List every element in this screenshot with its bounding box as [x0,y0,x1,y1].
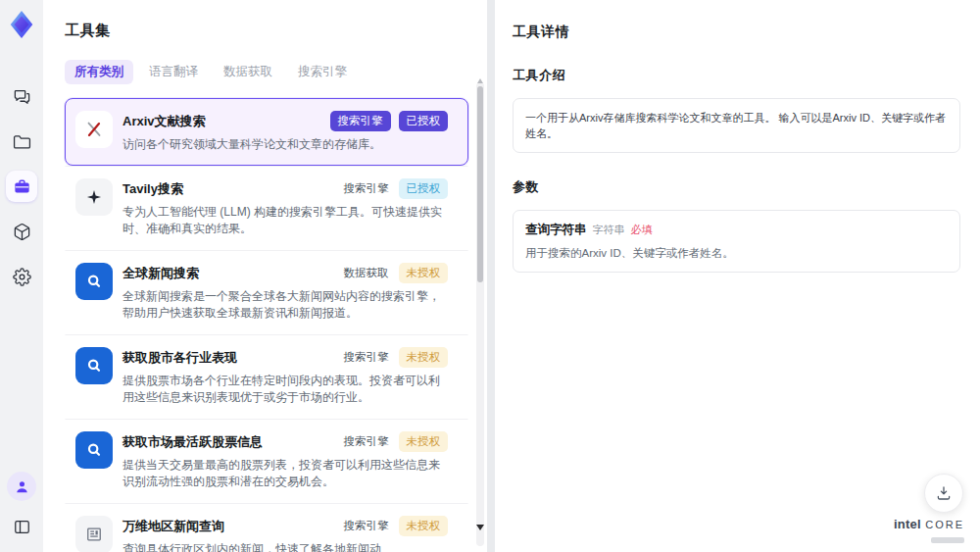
category-tabs: 所有类别 语言翻译 数据获取 搜索引擎 [65,60,487,84]
scrollbar-thumb[interactable] [477,86,483,282]
magnifier-icon [75,263,113,300]
tool-description: 提供股票市场各个行业在特定时间段内的表现。投资者可以利用这些信息来识别表现优于或… [122,373,448,406]
rail-bottom [6,472,37,542]
page-title: 工具集 [65,22,487,40]
tab-all-categories[interactable]: 所有类别 [65,60,133,84]
intro-text-box: 一个用于从Arxiv存储库搜索科学论文和文章的工具。 输入可以是Arxiv ID… [513,98,960,153]
tool-list: Arxiv文献搜索 搜索引擎 已授权 访问各个研究领域大量科学论文和文章的存储库… [65,98,468,552]
category-badge: 搜索引擎 [330,111,391,131]
auth-badge: 未授权 [399,431,449,452]
category-label: 数据获取 [342,263,391,283]
user-avatar-icon[interactable] [7,472,36,501]
params-heading: 参数 [513,178,960,196]
tool-card-global-news[interactable]: 全球新闻搜索 数据获取 未授权 全球新闻搜索是一个聚合全球各大新闻网站内容的搜索… [65,250,468,334]
auth-badge: 未授权 [399,516,449,536]
category-label: 搜索引擎 [342,347,391,368]
tool-title: 全球新闻搜索 [122,265,199,282]
panel-toggle-icon[interactable] [6,511,37,542]
param-description: 用于搜索的Arxiv ID、关键字或作者姓名。 [525,245,948,261]
newspaper-icon [75,516,113,552]
tool-description: 全球新闻搜索是一个聚合全球各大新闻网站内容的搜索引擎，帮助用户快速获取全球最新资… [122,288,448,322]
tool-card-sector-performance[interactable]: 获取股市各行业表现 搜索引擎 未授权 提供股票市场各个行业在特定时间段内的表现。… [65,334,468,419]
intel-core-logo: intel core [894,517,964,544]
tool-title: 万维地区新闻查询 [122,518,224,535]
param-required-flag: 必填 [631,222,653,237]
chat-icon[interactable] [6,80,37,112]
app-logo-icon[interactable] [5,8,38,41]
tab-data-fetch[interactable]: 数据获取 [214,60,282,84]
intro-heading: 工具介绍 [513,67,960,84]
tool-description: 专为人工智能代理 (LLM) 构建的搜索引擎工具。可快速提供实时、准确和真实的结… [122,204,448,237]
tab-language-translation[interactable]: 语言翻译 [139,60,208,84]
tool-title: 获取市场最活跃股票信息 [122,433,263,451]
toolbox-icon-active[interactable] [6,171,37,202]
download-button[interactable] [924,474,963,513]
tool-card-arxiv[interactable]: Arxiv文献搜索 搜索引擎 已授权 访问各个研究领域大量科学论文和文章的存储库… [65,98,468,166]
rail-nav [6,80,37,292]
intel-brand-text: intel [894,517,921,531]
magnifier-icon [75,347,113,384]
app-root: 工具集 所有类别 语言翻译 数据获取 搜索引擎 Arxiv文献搜索 [0,0,980,552]
tool-description: 访问各个研究领域大量科学论文和文章的存储库。 [122,136,448,153]
arxiv-logo-icon [75,111,113,148]
param-box: 查询字符串 字符串 必填 用于搜索的Arxiv ID、关键字或作者姓名。 [513,210,960,273]
tool-title: Tavily搜索 [122,180,183,198]
four-point-star-icon [75,178,113,216]
tool-title: 获取股市各行业表现 [122,349,237,367]
tool-card-regional-news[interactable]: 万维地区新闻查询 搜索引擎 未授权 查询具体行政区划内的新闻，快速了解各地新闻动 [65,503,468,552]
details-title: 工具详情 [513,24,960,41]
scroll-down-arrow-icon[interactable] [476,525,484,530]
list-scrollbar[interactable] [476,82,484,546]
tool-description: 提供当天交易量最高的股票列表，投资者可以利用这些信息来识别流动性强的股票和潜在的… [122,457,448,490]
tool-card-most-active-stocks[interactable]: 获取市场最活跃股票信息 搜索引擎 未授权 提供当天交易量最高的股票列表，投资者可… [65,419,468,503]
auth-badge: 已授权 [399,111,449,131]
tool-details-panel: 工具详情 工具介绍 一个用于从Arxiv存储库搜索科学论文和文章的工具。 输入可… [495,0,980,552]
core-brand-text: core [925,519,964,530]
tools-list-panel: 工具集 所有类别 语言翻译 数据获取 搜索引擎 Arxiv文献搜索 [43,0,487,552]
param-name: 查询字符串 [525,222,587,237]
folder-icon[interactable] [6,125,37,157]
tool-description: 查询具体行政区划内的新闻，快速了解各地新闻动 [122,541,448,552]
category-label: 搜索引擎 [342,516,391,536]
scroll-up-arrow-icon[interactable] [477,78,483,83]
category-label: 搜索引擎 [342,178,391,199]
auth-badge: 未授权 [399,263,449,283]
auth-badge: 已授权 [399,178,449,199]
sidebar-rail [0,0,43,552]
magnifier-icon [75,431,113,469]
settings-gear-icon[interactable] [6,261,37,292]
tab-search-engine[interactable]: 搜索引擎 [288,60,357,84]
param-type: 字符串 [593,222,625,237]
category-label: 搜索引擎 [342,431,391,452]
tool-card-tavily[interactable]: Tavily搜索 搜索引擎 已授权 专为人工智能代理 (LLM) 构建的搜索引擎… [65,166,468,250]
cube-icon[interactable] [6,216,37,247]
intel-sub-badge [931,537,964,543]
auth-badge: 未授权 [399,347,449,368]
tool-title: Arxiv文献搜索 [122,113,206,130]
